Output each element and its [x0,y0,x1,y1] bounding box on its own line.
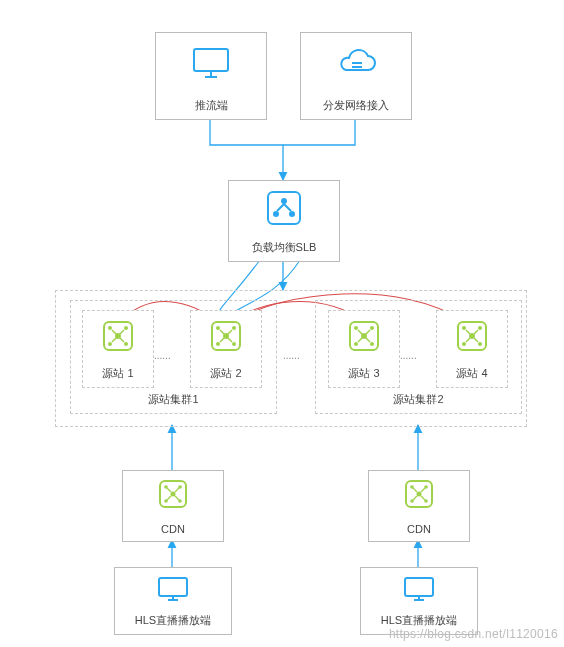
edge-dispatch-to-slb [283,118,355,145]
svg-point-29 [462,326,466,330]
svg-point-40 [417,492,422,497]
svg-rect-45 [159,578,187,596]
svg-point-34 [171,492,176,497]
svg-point-8 [289,211,295,217]
svg-point-30 [478,326,482,330]
monitor-icon [156,33,266,93]
player-right-label: HLS直播播放端 [361,613,477,628]
dots-2: ...... [400,350,417,361]
push-client-node: 推流端 [155,32,267,120]
edge-push-to-slb [210,118,283,180]
svg-rect-5 [268,192,300,224]
cluster1-label: 源站集群1 [71,392,276,407]
svg-point-23 [354,326,358,330]
origin1-label: 源站 1 [83,366,153,381]
server-icon [83,311,153,361]
svg-point-7 [273,211,279,217]
svg-point-24 [370,326,374,330]
svg-point-14 [124,342,128,346]
dispatch-access-label: 分发网络接入 [301,98,411,113]
dispatch-access-node: 分发网络接入 [300,32,412,120]
cloud-icon [301,33,411,93]
svg-point-11 [108,326,112,330]
server-icon [191,311,261,361]
svg-point-17 [216,326,220,330]
svg-rect-48 [405,578,433,596]
svg-point-19 [216,342,220,346]
svg-point-25 [354,342,358,346]
svg-point-12 [124,326,128,330]
svg-point-6 [281,198,287,204]
server-icon [437,311,507,361]
slb-label: 负载均衡SLB [229,240,339,255]
monitor-icon [115,568,231,610]
svg-point-20 [232,342,236,346]
load-balancer-icon [229,181,339,235]
watermark-text: https://blog.csdn.net/l1120016 [389,627,558,641]
svg-rect-0 [194,49,228,71]
slb-node: 负载均衡SLB [228,180,340,262]
origin2-label: 源站 2 [191,366,261,381]
cluster2-label: 源站集群2 [316,392,521,407]
svg-point-31 [462,342,466,346]
server-icon [329,311,399,361]
svg-point-26 [370,342,374,346]
origin-4-node: 源站 4 [436,310,508,388]
player-right-node: HLS直播播放端 [360,567,478,635]
cdn-right-label: CDN [369,523,469,535]
cdn-right-node: CDN [368,470,470,542]
player-left-label: HLS直播播放端 [115,613,231,628]
origin-3-node: 源站 3 [328,310,400,388]
svg-point-18 [232,326,236,330]
server-icon [369,471,469,517]
server-icon [123,471,223,517]
monitor-icon [361,568,477,610]
svg-point-32 [478,342,482,346]
dots-1: ...... [154,350,171,361]
cdn-left-node: CDN [122,470,224,542]
origin3-label: 源站 3 [329,366,399,381]
push-client-label: 推流端 [156,98,266,113]
player-left-node: HLS直播播放端 [114,567,232,635]
origin4-label: 源站 4 [437,366,507,381]
cdn-left-label: CDN [123,523,223,535]
svg-point-13 [108,342,112,346]
origin-2-node: 源站 2 [190,310,262,388]
dots-mid: ...... [283,350,300,361]
origin-1-node: 源站 1 [82,310,154,388]
